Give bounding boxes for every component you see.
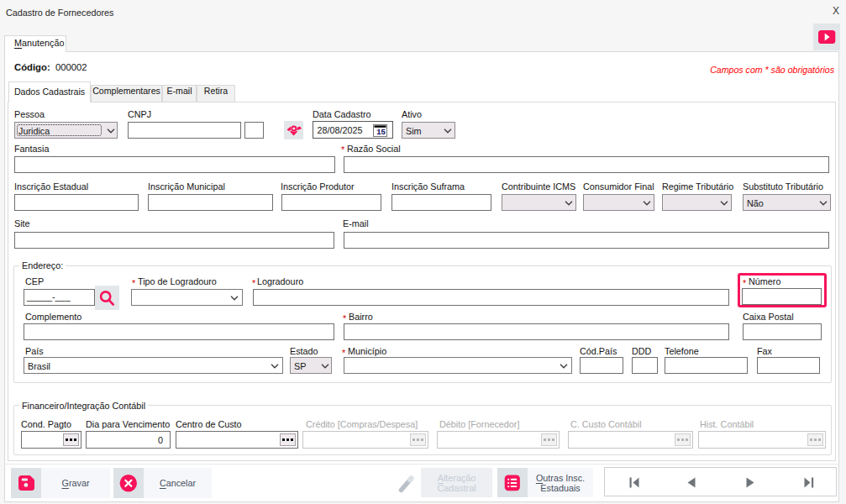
svg-text:15: 15 [376, 127, 386, 135]
